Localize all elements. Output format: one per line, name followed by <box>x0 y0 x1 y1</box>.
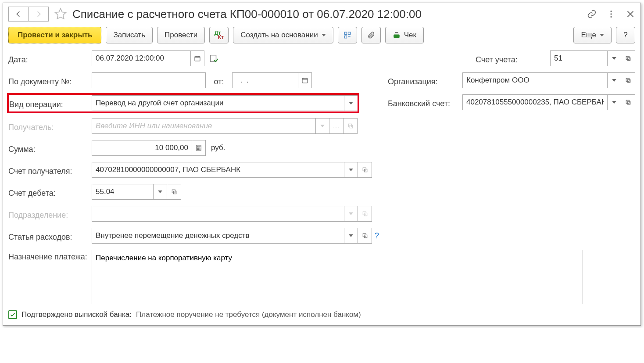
create-based-label: Создать на основании <box>240 31 318 40</box>
svg-point-19 <box>197 149 198 150</box>
debit-account-input[interactable] <box>92 184 153 200</box>
svg-point-16 <box>197 148 198 148</box>
svg-rect-3 <box>344 32 347 34</box>
date-label: Дата: <box>8 53 92 65</box>
account-label: Счет учета: <box>476 53 550 65</box>
more-vertical-icon[interactable] <box>606 9 616 19</box>
department-input <box>92 206 344 222</box>
svg-point-0 <box>610 11 612 12</box>
receipt-button[interactable]: Чек <box>385 27 424 43</box>
op-type-dropdown[interactable] <box>344 95 358 111</box>
debit-account-open[interactable] <box>167 184 181 200</box>
department-label: Подразделение: <box>8 208 92 220</box>
svg-rect-5 <box>344 36 347 38</box>
chevron-down-icon <box>322 34 326 36</box>
create-based-on-button[interactable]: Создать на основании <box>233 27 333 43</box>
document-flag-icon[interactable] <box>209 54 218 63</box>
favorite-icon[interactable] <box>54 7 67 21</box>
organization-dropdown[interactable] <box>607 72 621 88</box>
recipient-label: Получатель: <box>8 120 92 132</box>
svg-rect-10 <box>302 78 308 83</box>
bank-account-label: Банковский счет: <box>388 97 462 108</box>
confirmed-label: Подтверждено выпиской банка: <box>21 310 132 319</box>
expense-item-dropdown[interactable] <box>344 228 358 244</box>
svg-point-21 <box>200 149 200 150</box>
more-button[interactable]: Еще <box>573 27 612 43</box>
department-open <box>358 206 372 222</box>
from-label: от: <box>206 75 232 86</box>
date-input[interactable] <box>92 50 190 66</box>
nav-back-button[interactable] <box>8 7 29 22</box>
doc-no-input[interactable] <box>92 72 206 88</box>
recipient-open <box>343 118 358 134</box>
calendar-button[interactable] <box>190 50 204 66</box>
amount-input[interactable] <box>92 140 192 156</box>
debit-account-label: Счет дебета: <box>8 186 92 198</box>
op-type-input[interactable] <box>92 95 344 111</box>
svg-point-2 <box>610 16 612 18</box>
chevron-down-icon <box>600 34 604 36</box>
expense-item-open[interactable] <box>358 228 372 244</box>
doc-no-label: По документу №: <box>8 75 92 86</box>
post-button[interactable]: Провести <box>157 27 205 43</box>
svg-point-18 <box>200 148 200 148</box>
post-and-close-button[interactable]: Провести и закрыть <box>8 27 101 43</box>
svg-rect-15 <box>197 146 200 147</box>
bank-account-dropdown[interactable] <box>607 94 621 110</box>
recipient-input <box>92 118 315 134</box>
footer-note: Платежное поручение не требуется (докуме… <box>136 310 361 319</box>
nav-forward-button[interactable] <box>29 7 49 22</box>
svg-rect-7 <box>195 56 200 61</box>
account-input[interactable] <box>550 50 607 66</box>
recipient-account-open[interactable] <box>358 162 372 178</box>
currency-label: руб. <box>211 144 225 152</box>
amount-label: Сумма: <box>8 142 92 154</box>
calculator-button[interactable] <box>192 140 206 156</box>
organization-input[interactable] <box>462 72 607 88</box>
recipient-account-dropdown[interactable] <box>344 162 358 178</box>
bank-account-open[interactable] <box>621 94 635 110</box>
recipient-choose: ... <box>329 118 343 134</box>
debit-account-dropdown[interactable] <box>153 184 167 200</box>
expense-help-link[interactable]: ? <box>375 231 379 241</box>
svg-point-1 <box>610 13 612 14</box>
purpose-label: Назначение платежа: <box>8 250 92 262</box>
more-label: Еще <box>581 31 596 40</box>
attachment-button[interactable] <box>361 27 381 43</box>
dt-kt-button[interactable]: ДтКт <box>209 27 229 43</box>
svg-rect-23 <box>172 190 175 193</box>
svg-rect-4 <box>348 32 350 34</box>
page-title: Списание с расчетного счета КП00-000010 … <box>72 7 582 21</box>
organization-label: Организация: <box>388 75 462 86</box>
save-button[interactable]: Записать <box>106 27 153 43</box>
bank-account-input[interactable] <box>462 94 607 110</box>
link-icon[interactable] <box>587 9 597 19</box>
department-dropdown <box>344 206 358 222</box>
organization-open[interactable] <box>621 72 635 88</box>
purpose-textarea[interactable] <box>92 250 583 304</box>
structure-button[interactable] <box>338 27 357 43</box>
svg-point-20 <box>198 149 199 150</box>
expense-item-input[interactable] <box>92 228 344 244</box>
close-icon[interactable] <box>626 9 635 19</box>
account-dropdown[interactable] <box>607 50 621 66</box>
help-button[interactable]: ? <box>616 27 635 43</box>
expense-item-label: Статья расходов: <box>8 230 92 242</box>
svg-point-17 <box>198 148 199 148</box>
from-date-input[interactable] <box>232 72 298 88</box>
from-calendar-button[interactable] <box>298 72 312 88</box>
recipient-dropdown <box>315 118 329 134</box>
recipient-account-label: Счет получателя: <box>8 164 92 176</box>
svg-rect-6 <box>394 35 400 38</box>
confirmed-checkbox[interactable] <box>8 310 17 319</box>
op-type-label: Вид операции: <box>9 97 92 109</box>
account-open[interactable] <box>621 50 635 66</box>
receipt-label: Чек <box>404 31 416 40</box>
recipient-account-input[interactable] <box>92 162 344 178</box>
